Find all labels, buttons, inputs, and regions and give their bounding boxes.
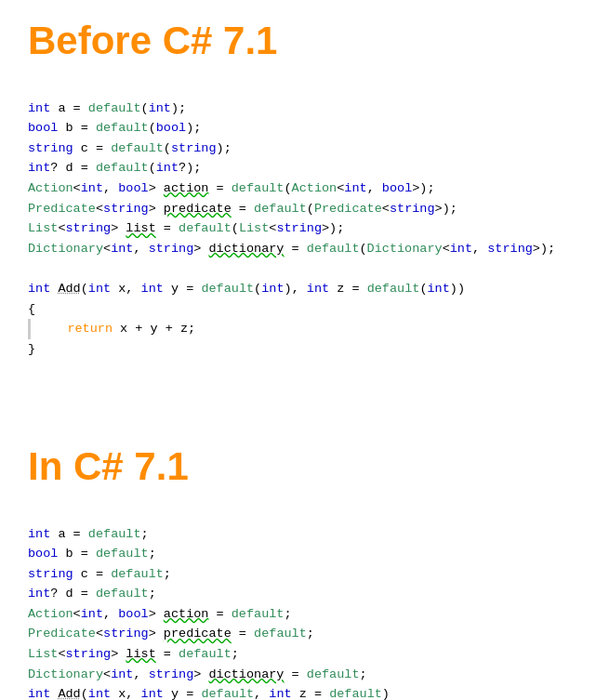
- after-section: In C# 7.1 int a = default; bool b = defa…: [28, 444, 568, 700]
- before-section: Before C# 7.1 int a = default(int); bool…: [28, 19, 568, 379]
- after-code: int a = default; bool b = default; strin…: [28, 504, 568, 700]
- before-code: int a = default(int); bool b = default(b…: [28, 78, 568, 379]
- before-title: Before C# 7.1: [28, 19, 568, 63]
- page-container: Before C# 7.1 int a = default(int); bool…: [28, 19, 568, 700]
- after-title: In C# 7.1: [28, 444, 568, 489]
